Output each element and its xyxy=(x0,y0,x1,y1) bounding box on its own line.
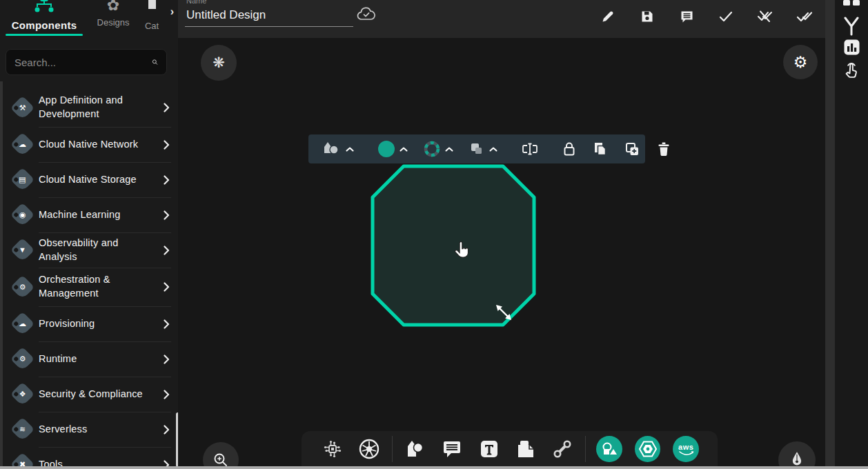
horizontal-scrollbar[interactable] xyxy=(0,466,868,469)
arrange-icon xyxy=(468,141,485,157)
sidebar-item-cloud-native-storage[interactable]: ▤ Cloud Native Storage xyxy=(0,162,178,197)
gcp-button[interactable] xyxy=(635,436,661,462)
kubernetes-icon xyxy=(358,438,380,460)
machine-learning-tag-icon: ◉ xyxy=(10,203,34,227)
category-label: Runtime xyxy=(39,352,160,366)
duplicate-button[interactable] xyxy=(588,141,613,157)
search-icon[interactable] xyxy=(152,55,158,69)
interact-hand-icon[interactable] xyxy=(835,62,868,80)
provisioning-tag-icon: ☁ xyxy=(10,312,34,336)
sidebar-item-machine-learning[interactable]: ◉ Machine Learning xyxy=(0,197,178,232)
components-sidebar: Components ✿ Designs Cat › xyxy=(0,0,178,469)
kanvas-y-icon[interactable] xyxy=(835,17,868,36)
octagon-node[interactable] xyxy=(371,164,536,327)
name-field-label: Name xyxy=(186,0,206,5)
deploy-double-check-icon[interactable] xyxy=(796,8,813,25)
canvas-settings-button[interactable]: ⚙ xyxy=(783,45,818,79)
edge-icon xyxy=(552,439,573,459)
copy-add-icon xyxy=(624,141,640,157)
text-tool-button[interactable] xyxy=(471,434,507,464)
grid-icon[interactable] xyxy=(835,0,868,6)
text-icon xyxy=(479,439,500,459)
design-name-input[interactable] xyxy=(185,7,353,27)
comment-tool-button[interactable] xyxy=(433,434,470,464)
active-tab-underline xyxy=(6,34,83,36)
freeze-button[interactable]: ❋ xyxy=(201,45,237,81)
save-icon[interactable] xyxy=(639,8,655,25)
shapes-icon xyxy=(404,439,426,459)
dock-separator xyxy=(585,436,586,462)
chevron-right-icon xyxy=(160,140,172,150)
category-label: Serverless xyxy=(39,423,160,437)
sidebar-item-serverless[interactable]: ≋ Serverless xyxy=(0,412,178,447)
tab-catalog[interactable]: Cat xyxy=(138,0,166,40)
kubernetes-tool-button[interactable] xyxy=(351,434,387,464)
serverless-tag-icon: ≋ xyxy=(10,417,34,441)
sidebar-item-provisioning[interactable]: ☁ Provisioning xyxy=(0,306,178,341)
comment-icon xyxy=(442,439,462,459)
catalog-icon xyxy=(147,0,157,18)
header-actions xyxy=(600,3,813,30)
category-label: Provisioning xyxy=(39,317,160,331)
design-canvas[interactable]: ❋ ⚙ xyxy=(178,38,825,467)
arrange-button[interactable] xyxy=(464,141,502,157)
security-tag-icon: ❖ xyxy=(10,382,34,406)
chevron-right-icon xyxy=(160,282,172,292)
shape-picker-button[interactable] xyxy=(317,141,359,157)
validate-check-icon[interactable] xyxy=(718,8,734,25)
chevron-right-icon xyxy=(160,210,172,220)
component-tool-button[interactable] xyxy=(314,434,351,464)
lock-button[interactable] xyxy=(558,141,581,157)
canvas-scrollbar[interactable] xyxy=(825,0,835,467)
category-list: ⚒ App Definition and Development ☁ Cloud… xyxy=(0,88,178,469)
zoom-in-button[interactable] xyxy=(203,442,239,469)
fill-color-button[interactable] xyxy=(373,140,413,158)
copy-add-button[interactable] xyxy=(620,141,645,157)
sidebar-item-security[interactable]: ❖ Security & Compliance xyxy=(0,377,178,412)
sidebar-tabs: Components ✿ Designs Cat › xyxy=(0,0,178,40)
undeploy-crossed-check-icon[interactable] xyxy=(757,8,773,25)
aws-smile-icon xyxy=(679,450,694,457)
note-tool-button[interactable] xyxy=(507,434,544,464)
chevron-right-icon xyxy=(160,425,172,435)
gear-icon: ⚙ xyxy=(793,53,808,72)
rename-button[interactable] xyxy=(516,142,544,156)
shapes-library-button[interactable] xyxy=(596,436,622,462)
sidebar-item-app-definition[interactable]: ⚒ App Definition and Development xyxy=(0,88,178,127)
gcp-hexagon-icon xyxy=(638,440,658,458)
search-input[interactable] xyxy=(14,57,152,68)
chevron-right-icon xyxy=(160,355,172,364)
pen-tool-button[interactable] xyxy=(778,441,816,469)
sidebar-item-observability[interactable]: ▼ Observability and Analysis xyxy=(0,232,178,268)
fill-color-icon xyxy=(377,140,395,158)
chevron-right-icon xyxy=(160,175,172,185)
sidebar-item-runtime[interactable]: ⚙ Runtime xyxy=(0,341,178,377)
stroke-style-button[interactable] xyxy=(418,140,458,158)
delete-button[interactable] xyxy=(652,141,675,157)
tabs-scroll-right-icon[interactable]: › xyxy=(170,6,174,18)
aws-button[interactable]: aws xyxy=(673,436,699,462)
sidebar-item-orchestration[interactable]: ⚙ Orchestration & Management xyxy=(0,268,178,306)
tab-designs[interactable]: ✿ Designs xyxy=(88,0,138,40)
shape-toolbar xyxy=(308,134,645,163)
chart-icon[interactable] xyxy=(835,39,868,55)
app-definition-tag-icon: ⚒ xyxy=(10,95,34,119)
snowflake-icon: ❋ xyxy=(213,54,225,71)
tab-components[interactable]: Components xyxy=(0,0,88,40)
note-icon xyxy=(515,439,536,459)
storage-tag-icon: ▤ xyxy=(10,168,34,192)
zoom-in-icon xyxy=(213,452,228,468)
chevron-right-icon xyxy=(160,246,172,255)
components-icon xyxy=(32,0,56,18)
chevron-right-icon xyxy=(160,103,172,112)
network-tag-icon: ☁ xyxy=(10,132,34,157)
tab-designs-label: Designs xyxy=(97,17,130,28)
comments-icon[interactable] xyxy=(678,8,695,25)
edit-icon[interactable] xyxy=(600,8,616,25)
chevron-up-icon xyxy=(445,147,453,152)
edge-tool-button[interactable] xyxy=(544,434,581,464)
right-dock xyxy=(835,0,868,469)
shapes-tool-button[interactable] xyxy=(397,434,433,464)
sidebar-item-cloud-native-network[interactable]: ☁ Cloud Native Network xyxy=(0,127,178,162)
app-window: Components ✿ Designs Cat › xyxy=(0,0,868,469)
